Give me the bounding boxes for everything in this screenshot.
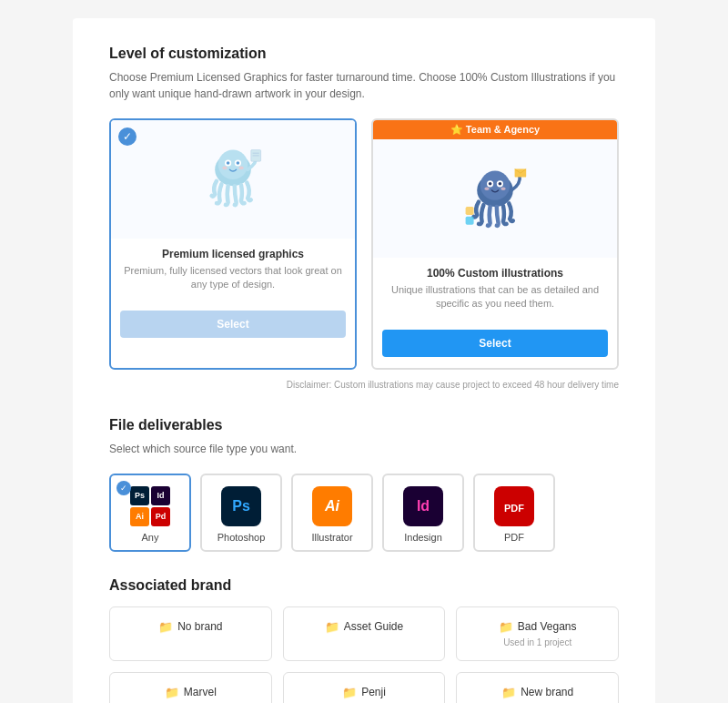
brand-card-new-brand[interactable]: 📁 New brand	[456, 672, 619, 703]
penji-name: Penji	[361, 686, 386, 698]
svg-point-16	[499, 182, 502, 186]
file-option-pdf[interactable]: PDF PDF	[473, 474, 555, 552]
customization-desc: Choose Premium Licensed Graphics for fas…	[109, 69, 619, 102]
brand-section: Associated brand 📁 No brand 📁 Asset Guid…	[109, 577, 619, 703]
folder-icon-new-brand: 📁	[501, 686, 516, 699]
svg-point-7	[238, 167, 243, 170]
photoshop-icon: Ps	[221, 486, 261, 526]
folder-icon-marvel: 📁	[165, 686, 179, 699]
pdf-label: PDF	[504, 532, 524, 543]
new-brand-name: New brand	[521, 686, 573, 698]
brand-card-penji[interactable]: 📁 Penji Used in 9 projects	[283, 672, 446, 703]
indesign-icon: Id	[403, 486, 443, 526]
no-brand-icon: 📁 No brand	[158, 620, 222, 634]
bad-vegans-name: Bad Vegans	[518, 620, 577, 633]
customization-section: Level of customization Choose Premium Li…	[109, 46, 619, 392]
asset-guide-icon: 📁 Asset Guide	[325, 620, 403, 634]
option-card-custom[interactable]: ⭐ Team & Agency	[371, 118, 619, 370]
option-card-premium[interactable]: ✓	[109, 118, 357, 370]
custom-select-button[interactable]: Select	[382, 330, 608, 357]
brand-title: Associated brand	[109, 577, 619, 594]
folder-icon-bad-vegans: 📁	[499, 620, 513, 634]
file-option-any[interactable]: ✓ Ps Id Ai Pd Any	[109, 474, 191, 552]
svg-point-17	[484, 187, 489, 190]
svg-point-1	[218, 150, 248, 179]
any-ps-mini: Ps	[130, 486, 149, 505]
file-option-indesign[interactable]: Id Indesign	[382, 474, 464, 552]
bad-vegans-sub: Used in 1 project	[503, 637, 571, 647]
svg-point-15	[489, 182, 492, 186]
brand-card-bad-vegans[interactable]: 📁 Bad Vegans Used in 1 project	[456, 606, 619, 661]
svg-point-5	[237, 161, 240, 165]
illustrator-label: Illustrator	[311, 532, 352, 543]
disclaimer-text: Disclaimer: Custom illustrations may cau…	[109, 379, 619, 392]
marvel-icon: 📁 Marvel	[165, 686, 217, 699]
any-pdf-mini: Pd	[151, 507, 170, 526]
any-icon-grid: Ps Id Ai Pd	[130, 486, 170, 526]
brand-options-grid: 📁 No brand 📁 Asset Guide 📁 Bad Vegans Us…	[109, 606, 619, 703]
marvel-name: Marvel	[184, 686, 217, 698]
any-ai-mini: Ai	[130, 507, 149, 526]
penji-icon: 📁 Penji	[342, 686, 386, 699]
bad-vegans-icon: 📁 Bad Vegans	[499, 620, 577, 634]
svg-rect-21	[466, 217, 474, 225]
customization-title: Level of customization	[109, 46, 619, 62]
deliverables-desc: Select which source file type you want.	[109, 441, 619, 457]
premium-select-button[interactable]: Select	[120, 311, 346, 338]
pdf-svg-icon: PDF	[501, 494, 527, 519]
file-options-list: ✓ Ps Id Ai Pd Any Ps Photoshop Ai Illust…	[109, 474, 619, 552]
no-brand-name: No brand	[177, 620, 222, 633]
pdf-icon: PDF	[494, 486, 534, 526]
new-brand-icon: 📁 New brand	[501, 686, 573, 699]
premium-octopus-svg	[192, 138, 274, 220]
brand-card-no-brand[interactable]: 📁 No brand	[109, 606, 272, 661]
file-option-photoshop[interactable]: Ps Photoshop	[200, 474, 282, 552]
folder-outline-icon: 📁	[158, 620, 173, 634]
file-option-illustrator[interactable]: Ai Illustrator	[291, 474, 373, 552]
svg-point-12	[480, 170, 510, 199]
any-label: Any	[142, 532, 159, 543]
premium-card-body: Premium licensed graphics Premium, fully…	[111, 239, 355, 301]
photoshop-label: Photoshop	[217, 532, 266, 543]
custom-card-image	[373, 139, 617, 258]
illustrator-icon: Ai	[312, 486, 352, 526]
svg-point-6	[222, 167, 227, 170]
premium-card-subtitle: Premium, fully licensed vectors that loo…	[124, 264, 342, 292]
svg-text:PDF: PDF	[504, 503, 524, 514]
deliverables-title: File deliverables	[109, 417, 619, 433]
customization-options: ✓	[109, 118, 619, 370]
brand-card-asset-guide[interactable]: 📁 Asset Guide	[283, 606, 446, 661]
indesign-label: Indesign	[404, 532, 442, 543]
svg-point-4	[227, 161, 230, 165]
any-id-mini: Id	[151, 486, 170, 505]
team-agency-badge: ⭐ Team & Agency	[373, 120, 617, 139]
custom-card-subtitle: Unique illustrations that can be as deta…	[386, 283, 604, 311]
selected-check-icon: ✓	[118, 127, 136, 146]
asset-guide-name: Asset Guide	[344, 620, 403, 633]
folder-icon-asset: 📁	[325, 620, 339, 634]
premium-card-title: Premium licensed graphics	[124, 248, 342, 260]
custom-octopus-svg	[454, 158, 536, 239]
custom-card-body: 100% Custom illustrations Unique illustr…	[373, 258, 617, 321]
svg-point-18	[500, 187, 505, 190]
folder-icon-penji: 📁	[342, 686, 357, 699]
brand-card-marvel[interactable]: 📁 Marvel	[109, 672, 272, 703]
any-check-icon: ✓	[116, 481, 131, 495]
svg-rect-20	[466, 207, 474, 215]
deliverables-section: File deliverables Select which source fi…	[109, 417, 619, 552]
page-container: Level of customization Choose Premium Li…	[73, 18, 655, 703]
custom-card-title: 100% Custom illustrations	[386, 267, 604, 280]
premium-card-image	[111, 120, 355, 239]
